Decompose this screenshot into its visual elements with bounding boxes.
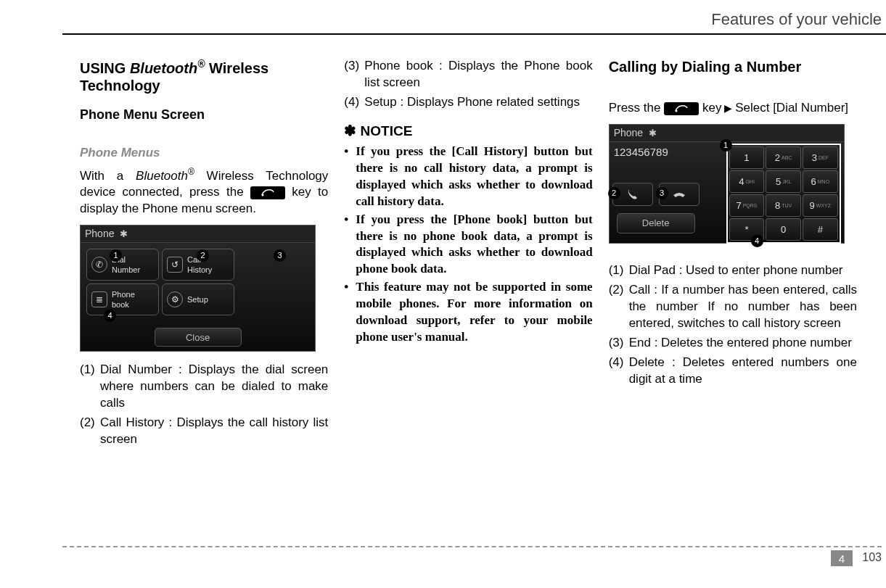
delete-button[interactable]: Delete — [617, 213, 695, 233]
end-icon — [672, 188, 686, 201]
intro-paragraph: With a Bluetooth® Wireless Technology de… — [80, 166, 328, 218]
history-icon: ↺ — [167, 257, 183, 273]
column-2: (3) Phone book : Displays the Phone book… — [344, 58, 592, 451]
btn3a: Phone — [112, 290, 135, 299]
phonebook-icon: ≣ — [91, 291, 107, 307]
shot-titlebar: Phone ✱ — [81, 225, 315, 243]
h2-part-b: Bluetooth — [130, 60, 197, 76]
list-item-2: (2) Call History : Displays the call his… — [80, 415, 328, 448]
bluetooth-icon: ✱ — [649, 127, 657, 140]
bullet-icon: • — [344, 144, 356, 210]
callout-4: 4 — [751, 235, 763, 247]
call-icon — [626, 188, 639, 201]
intro-c: ® — [188, 167, 194, 177]
shot-title: Phone — [85, 227, 114, 241]
callout-3: 3 — [656, 187, 668, 199]
subheading-phone-menus: Phone Menus — [80, 145, 328, 162]
notice-2: If you press the [Phone book] button but… — [356, 212, 592, 278]
press-a: Press the — [609, 101, 665, 115]
dial-key[interactable]: 6MNO — [803, 170, 838, 193]
li3-text: Phone book : Displays the Phone book lis… — [364, 58, 592, 91]
list-item-3: (3) End : Deletes the entered phone numb… — [609, 335, 857, 352]
dial-key[interactable]: 8TUV — [766, 194, 801, 217]
li2-num: (2) — [80, 415, 100, 448]
phone-key-icon — [250, 186, 285, 199]
dial-key[interactable]: 3DEF — [803, 146, 838, 169]
li1-num: (1) — [80, 362, 100, 412]
dial-number-screenshot: Phone ✱ 123456789 Delete 12ABC3DEF4GHI5J… — [609, 124, 845, 244]
list-item-1: (1) Dial Number : Displays the dial scre… — [80, 362, 328, 412]
dial-pad[interactable]: 12ABC3DEF4GHI5JKL6MNO7PQRS8TUV9WXYZ*0# — [726, 144, 841, 244]
entered-number: 123456789 — [610, 142, 723, 162]
notice-list: •If you press the [Call History] button … — [344, 144, 592, 346]
gear-icon: ⚙ — [167, 291, 183, 307]
dial-key[interactable]: 9WXYZ — [803, 194, 838, 217]
intro-b: Bluetooth — [136, 169, 188, 183]
li2-text: Call : If a number has been entered, cal… — [629, 282, 857, 332]
intro-a: With a — [80, 169, 136, 183]
bullet-icon: • — [344, 212, 356, 278]
header-title: Features of your vehicle — [711, 10, 882, 29]
dial-icon: ✆ — [91, 257, 107, 273]
dial-key[interactable]: 5JKL — [766, 170, 801, 193]
arrow-icon: ▶ — [721, 102, 735, 114]
li4-num: (4) — [344, 94, 364, 111]
li1-num: (1) — [609, 262, 629, 279]
column-1: USING Bluetooth® Wireless Technology Pho… — [80, 58, 328, 451]
setup-button[interactable]: ⚙ Setup — [162, 283, 234, 315]
page-number: 103 — [862, 551, 882, 564]
dial-key[interactable]: 1 — [729, 146, 765, 169]
svg-point-1 — [676, 109, 678, 112]
li3-text: End : Deletes the entered phone number — [629, 335, 857, 352]
notice-label: NOTICE — [361, 123, 413, 138]
li3-num: (3) — [344, 58, 364, 91]
li4-text: Setup : Displays Phone related settings — [364, 94, 592, 111]
dial-number-button[interactable]: ✆ DialNumber — [86, 249, 159, 281]
dial-key[interactable]: 4GHI — [729, 170, 765, 193]
press-c: Select [Dial Number] — [735, 101, 848, 115]
h2-part-a: USING — [80, 60, 130, 76]
column-3: Calling by Dialing a Number Press the ke… — [609, 58, 857, 451]
close-button[interactable]: Close — [155, 328, 242, 347]
shot-title: Phone — [614, 126, 643, 140]
callout-2: 2 — [608, 187, 620, 199]
notice-3: This feature may not be supported in som… — [356, 279, 592, 346]
btn1b: Number — [112, 265, 140, 274]
list-item-4: (4) Setup : Displays Phone related setti… — [344, 94, 592, 111]
h2-part-c: ® — [197, 58, 205, 70]
section-heading-using-bluetooth: USING Bluetooth® Wireless Technology — [80, 58, 328, 94]
li1-text: Dial Pad : Used to enter phone number — [629, 262, 857, 279]
btn2b: History — [187, 265, 212, 274]
dial-key[interactable]: 7PQRS — [729, 194, 765, 217]
phone-book-button[interactable]: ≣ Phonebook — [86, 283, 159, 315]
list-item-2: (2) Call : If a number has been entered,… — [609, 282, 857, 332]
header-divider — [62, 33, 886, 35]
press-instruction: Press the key ▶ Select [Dial Number] — [609, 100, 857, 117]
dial-key[interactable]: # — [803, 218, 838, 241]
li2-text: Call History : Displays the call history… — [100, 415, 328, 448]
notice-1: If you press the [Call History] button b… — [356, 144, 592, 210]
phone-menu-screenshot: Phone ✱ ✆ DialNumber ↺ CallHistory ≣ Pho… — [80, 225, 316, 352]
callout-1: 1 — [720, 139, 732, 152]
notice-star-icon: ✽ — [344, 123, 356, 138]
li2-num: (2) — [609, 282, 629, 332]
phone-key-icon — [664, 102, 699, 115]
bullet-icon: • — [344, 279, 356, 346]
li4-text: Delete : Deletes entered numbers one dig… — [629, 355, 857, 388]
dial-key[interactable]: 0 — [766, 218, 801, 241]
footer: 4 103 — [62, 546, 882, 568]
list-item-4: (4) Delete : Deletes entered numbers one… — [609, 355, 857, 388]
li3-num: (3) — [609, 335, 629, 352]
svg-point-0 — [261, 194, 263, 196]
bluetooth-icon: ✱ — [120, 228, 128, 241]
section-heading-calling: Calling by Dialing a Number — [609, 58, 857, 75]
section-number: 4 — [831, 550, 853, 566]
btn4: Setup — [187, 294, 208, 305]
subheading-phone-menu-screen: Phone Menu Screen — [80, 106, 328, 123]
notice-heading: ✽ NOTICE — [344, 121, 592, 141]
dial-key[interactable]: 2ABC — [766, 146, 801, 169]
btn3b: book — [112, 300, 129, 309]
list-item-3: (3) Phone book : Displays the Phone book… — [344, 58, 592, 91]
list-item-1: (1) Dial Pad : Used to enter phone numbe… — [609, 262, 857, 279]
li1-text: Dial Number : Displays the dial screen w… — [100, 362, 328, 412]
